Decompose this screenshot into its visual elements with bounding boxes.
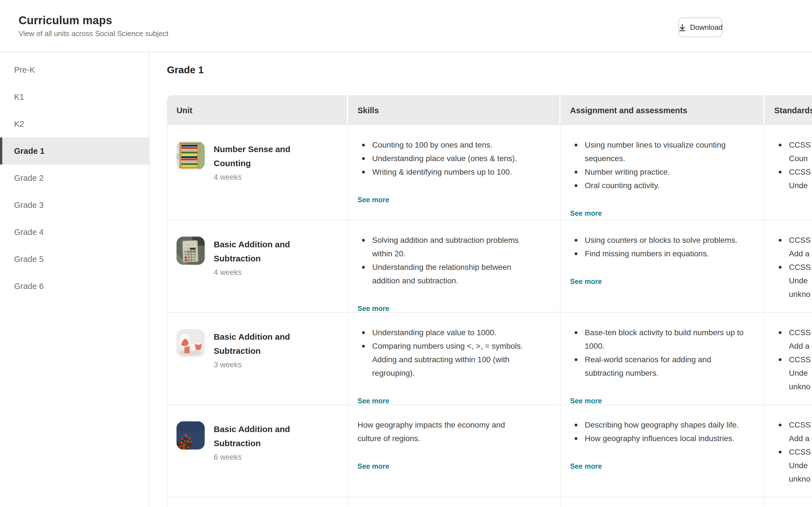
standard-line: CCSS xyxy=(789,353,812,366)
assignments-cell: Using counters or blocks to solve proble… xyxy=(560,220,764,312)
standard-line: unkno xyxy=(789,472,812,486)
standard-line: Unde xyxy=(789,179,812,192)
unit-duration: 6 weeks xyxy=(214,453,308,461)
see-more-link[interactable]: See more xyxy=(570,462,602,470)
standard-item: CCSSUndeunkno xyxy=(779,353,812,393)
table-body: Number Sense and Counting4 weeksCounting… xyxy=(167,125,812,507)
standard-item: CCSSAdd a xyxy=(779,233,812,260)
unit-title: Basic Addition and Subtraction xyxy=(214,237,308,265)
skills-cell-text: How geography impacts the economy and cu… xyxy=(357,418,527,445)
assignments-cell: Using number lines to visualize counting… xyxy=(560,125,764,220)
bullet-item: Solving addition and subtraction problem… xyxy=(362,233,534,260)
sidebar-item-grade-1[interactable]: Grade 1 xyxy=(0,137,149,165)
sidebar-item-pre-k[interactable]: Pre-K xyxy=(0,56,149,83)
skills-cell: Understanding place value to 1000.Compar… xyxy=(347,313,560,404)
download-icon xyxy=(678,23,686,31)
sidebar-item-grade-6[interactable]: Grade 6 xyxy=(0,273,149,300)
assignments-cell: Describing how geography shapes daily li… xyxy=(560,405,764,497)
see-more-link[interactable]: See more xyxy=(570,210,602,217)
unit-thumbnail-shapes xyxy=(176,329,205,357)
see-more-link[interactable]: See more xyxy=(570,278,602,286)
unit-thumbnail-flowers xyxy=(176,421,205,450)
unit-title: Basic Addition and Subtraction xyxy=(214,330,308,358)
unit-cell: Basic Addition and Subtraction3 weeks xyxy=(167,313,347,404)
skills-cell: Solving addition and subtraction problem… xyxy=(347,220,560,312)
skills-cell-list: Understanding place value to 1000.Compar… xyxy=(357,326,534,380)
bullet-item: Number writing practice. xyxy=(574,165,747,179)
skills-cell-list: Counting to 100 by ones and tens.Underst… xyxy=(357,138,534,179)
standards-cell: CCSSAdd aCCSSUndeunkno xyxy=(764,313,812,404)
unit-thumbnail-abacus xyxy=(176,142,205,170)
standard-line: unkno xyxy=(789,380,812,393)
table-row-partial xyxy=(167,497,812,507)
download-button-label: Download xyxy=(690,23,723,32)
unit-duration: 4 weeks xyxy=(214,268,308,277)
unit-cell: Basic Addition and Subtraction6 weeks xyxy=(167,405,347,497)
grade-sidebar: Pre-KK1K2Grade 1Grade 2Grade 3Grade 4Gra… xyxy=(0,52,149,507)
sidebar-item-grade-4[interactable]: Grade 4 xyxy=(0,219,149,245)
assignments-cell: Base-ten block activity to build numbers… xyxy=(560,313,764,404)
download-button[interactable]: Download xyxy=(678,17,722,37)
unit-duration: 3 weeks xyxy=(214,360,308,369)
unit-cell: Basic Addition and Subtraction4 weeks xyxy=(167,220,347,312)
bullet-item: Real-world scenarios for adding and subt… xyxy=(574,353,747,380)
assignments-cell-list: Base-ten block activity to build numbers… xyxy=(570,326,747,380)
curriculum-table: UnitSkillsAssignment and assessmentsStan… xyxy=(167,95,812,507)
see-more-link[interactable]: See more xyxy=(357,397,389,405)
see-more-link[interactable]: See more xyxy=(357,196,389,204)
standard-line: CCSS xyxy=(789,138,812,152)
skills-cell-list: Solving addition and subtraction problem… xyxy=(357,233,534,287)
unit-info: Basic Addition and Subtraction4 weeks xyxy=(214,237,308,312)
standard-item: CCSSAdd a xyxy=(779,326,812,353)
page-header: Curriculum maps View of all units across… xyxy=(0,0,812,52)
unit-title: Number Sense and Counting xyxy=(214,142,308,170)
sidebar-item-grade-2[interactable]: Grade 2 xyxy=(0,165,149,191)
assignments-cell-list: Using counters or blocks to solve proble… xyxy=(570,233,747,260)
standards-list: CCSSAdd aCCSSUndeunkno xyxy=(774,233,812,301)
standard-line: CCSS xyxy=(789,326,812,339)
standard-line: CCSS xyxy=(789,445,812,459)
sidebar-item-grade-5[interactable]: Grade 5 xyxy=(0,245,149,273)
standard-line: CCSS xyxy=(789,233,812,247)
empty-cell xyxy=(167,497,347,507)
sidebar-item-grade-3[interactable]: Grade 3 xyxy=(0,191,149,219)
unit-info: Basic Addition and Subtraction3 weeks xyxy=(214,329,308,404)
column-header-skills: Skills xyxy=(347,95,559,125)
standard-item: CCSSAdd a xyxy=(779,418,812,445)
sidebar-item-label: Grade 5 xyxy=(14,255,44,264)
table-header-row: UnitSkillsAssignment and assessmentsStan… xyxy=(167,95,812,125)
standard-line: Add a xyxy=(789,247,812,260)
see-more-link[interactable]: See more xyxy=(357,305,389,313)
standard-item: CCSSUndeunkno xyxy=(779,260,812,301)
see-more-link[interactable]: See more xyxy=(570,397,602,405)
standard-item: CCSSUndeunkno xyxy=(779,445,812,486)
standards-cell: CCSSAdd aCCSSUndeunkno xyxy=(764,405,812,497)
standard-line: Unde xyxy=(789,366,812,380)
bullet-item: Understanding place value to 1000. xyxy=(362,326,534,339)
bullet-item: Understanding place value (ones & tens). xyxy=(362,152,534,165)
body-row: Pre-KK1K2Grade 1Grade 2Grade 3Grade 4Gra… xyxy=(0,52,812,507)
standard-line: Add a xyxy=(789,432,812,445)
table-row: Basic Addition and Subtraction6 weeksHow… xyxy=(167,404,812,497)
sidebar-item-k2[interactable]: K2 xyxy=(0,110,149,137)
bullet-item: Base-ten block activity to build numbers… xyxy=(574,326,747,353)
unit-cell: Number Sense and Counting4 weeks xyxy=(167,125,347,220)
unit-title: Basic Addition and Subtraction xyxy=(214,422,308,450)
standard-line: CCSS xyxy=(789,165,812,179)
standard-item: CCSSCoun xyxy=(779,138,812,165)
bullet-item: Understanding the relationship between a… xyxy=(362,260,534,287)
standard-line: CCSS xyxy=(789,418,812,432)
section-title: Grade 1 xyxy=(167,63,812,76)
sidebar-item-label: K2 xyxy=(14,119,24,128)
bullet-item: Counting to 100 by ones and tens. xyxy=(362,138,534,152)
bullet-item: Using counters or blocks to solve proble… xyxy=(574,233,747,247)
standard-item: CCSSUnde xyxy=(779,165,812,192)
see-more-link[interactable]: See more xyxy=(357,462,389,470)
unit-info: Number Sense and Counting4 weeks xyxy=(214,142,308,220)
standards-cell: CCSSAdd aCCSSUndeunkno xyxy=(764,220,812,312)
bullet-item: How geography influences local industrie… xyxy=(574,432,747,445)
bullet-item: Comparing numbers using <, >, = symbols.… xyxy=(362,339,534,380)
sidebar-item-k1[interactable]: K1 xyxy=(0,83,149,110)
unit-thumbnail-calculator xyxy=(176,237,205,265)
skills-cell: How geography impacts the economy and cu… xyxy=(347,405,560,497)
